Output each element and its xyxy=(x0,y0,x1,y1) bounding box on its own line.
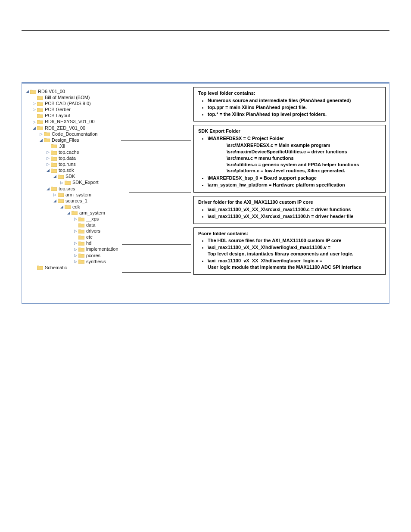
expand-icon[interactable]: ▷ xyxy=(32,107,36,112)
expand-icon[interactable]: ▷ xyxy=(32,120,36,124)
folder-icon xyxy=(78,241,84,246)
tree-item[interactable]: ▷pcores xyxy=(74,252,137,258)
tree-item[interactable]: ▷PCB CAD (PADS 9.0) xyxy=(32,100,137,106)
folder-icon xyxy=(37,107,43,112)
folder-icon xyxy=(58,174,64,179)
tree-label: Design_Files xyxy=(52,137,79,143)
tree-label: RD6 V01_00 xyxy=(38,89,65,94)
tree-item[interactable]: ·PCB Layout xyxy=(32,112,137,118)
folder-icon xyxy=(37,265,43,270)
tree-item[interactable]: ▷implementation xyxy=(74,246,137,252)
expand-icon[interactable]: ▷ xyxy=(46,150,50,154)
tree-item[interactable]: ◢RD6_ZED_V01_00 ▷Code_Documentation ◢Des… xyxy=(32,125,137,264)
collapse-icon[interactable]: ◢ xyxy=(32,126,36,130)
rule xyxy=(22,30,389,31)
tree-item[interactable]: ▷top.runs xyxy=(46,161,137,167)
tree-item[interactable]: ▷__xps xyxy=(74,216,137,221)
box-title: Pcore folder contains: xyxy=(198,230,381,237)
expand-icon[interactable]: ▷ xyxy=(74,247,78,252)
box-driver: Driver folder for the AXI_MAX11100 custo… xyxy=(193,196,386,224)
tree-label: PCB CAD (PADS 9.0) xyxy=(45,101,91,106)
tree-label: sources_1 xyxy=(65,198,87,203)
expand-icon[interactable]: ▷ xyxy=(53,193,57,197)
tree-item[interactable]: ▷SDK_Export xyxy=(60,179,137,185)
expand-icon[interactable]: ▷ xyxy=(60,180,64,185)
expand-icon[interactable]: ▷ xyxy=(74,229,78,233)
expand-icon[interactable]: ▷ xyxy=(74,253,78,258)
folder-tree: ◢RD6 V01_00 ·Bill of Material (BOM) ▷PCB… xyxy=(25,87,137,278)
box-bullet: Numerous source and intermediate files (… xyxy=(208,97,381,104)
box-title: SDK Export Folder xyxy=(198,128,381,134)
folder-icon xyxy=(78,259,84,264)
tree-item[interactable]: ◢SDK ▷SDK_Export xyxy=(53,173,137,185)
folder-icon xyxy=(78,223,84,227)
folder-icon xyxy=(78,247,84,252)
tree-item[interactable]: ◢RD6 V01_00 ·Bill of Material (BOM) ▷PCB… xyxy=(25,88,137,270)
collapse-icon[interactable]: ◢ xyxy=(60,205,64,209)
tree-label: drivers xyxy=(86,228,100,233)
tree-label: top.runs xyxy=(59,162,76,167)
collapse-icon[interactable]: ◢ xyxy=(53,199,57,203)
tree-item[interactable]: ◢edk ◢arm_system ▷__xps ·data xyxy=(60,204,137,264)
folder-icon xyxy=(51,186,57,191)
tree-item[interactable]: ▷PCB Gerber xyxy=(32,106,137,112)
tree-item[interactable]: ◢arm_system ▷__xps ·data ▷drivers xyxy=(67,210,137,264)
box-subline: \src\maximDeviceSpecificUtilities.c = dr… xyxy=(227,149,381,155)
tree-item[interactable]: ▷RD6_NEXYS3_V01_00 xyxy=(32,118,137,124)
tree-item[interactable]: ▷hdl xyxy=(74,240,137,246)
collapse-icon[interactable]: ◢ xyxy=(46,187,50,191)
tree-item[interactable]: ▷arm_system xyxy=(53,192,137,197)
tree-label: top.cache xyxy=(59,149,79,155)
tree-item[interactable]: ◢top.sdk ◢SDK ▷SDK_Export xyxy=(46,167,137,185)
tree-item[interactable]: ▷drivers xyxy=(74,228,137,233)
expand-icon[interactable]: ▷ xyxy=(39,132,43,136)
tree-item[interactable]: ▷top.data xyxy=(46,155,137,161)
tree-item[interactable]: ▷top.cache xyxy=(46,149,137,155)
folder-icon xyxy=(58,198,64,203)
tree-item[interactable]: ·.Xil xyxy=(46,143,137,149)
folder-icon xyxy=(37,113,43,118)
collapse-icon[interactable]: ◢ xyxy=(39,138,43,142)
collapse-icon[interactable]: ◢ xyxy=(67,211,71,215)
folder-icon xyxy=(44,137,50,142)
tree-item[interactable]: ▷synthesis xyxy=(74,258,137,264)
tree-item[interactable]: ▷Code_Documentation xyxy=(39,131,137,137)
diagram-panel: ◢RD6 V01_00 ·Bill of Material (BOM) ▷PCB… xyxy=(22,82,389,304)
collapse-icon[interactable]: ◢ xyxy=(46,168,50,172)
tree-item[interactable]: ·Bill of Material (BOM) xyxy=(32,94,137,100)
expand-icon[interactable]: ▷ xyxy=(46,156,50,160)
folder-icon xyxy=(51,162,57,167)
tree-item[interactable]: ◢sources_1 ◢edk ◢arm_system xyxy=(53,198,137,264)
tree-item[interactable]: ◢top.srcs ▷arm_system ◢sources_1 ◢edk xyxy=(46,186,137,264)
expand-icon[interactable]: ▷ xyxy=(46,162,50,166)
box-subline: \src\platform.c = low-level routines, Xi… xyxy=(227,168,381,174)
box-subline: \src\utilities.c = generic system and FP… xyxy=(227,162,381,168)
tree-label: synthesis xyxy=(86,259,106,264)
box-subline: \src\menu.c = menu functions xyxy=(227,155,381,162)
tree-label: hdl xyxy=(86,240,93,246)
tree-label: pcores xyxy=(86,253,100,258)
expand-icon[interactable]: ▷ xyxy=(32,101,36,106)
expand-icon[interactable]: ▷ xyxy=(74,241,78,245)
description-boxes: Top level folder contains: Numerous sour… xyxy=(137,87,386,278)
expand-icon[interactable]: ▷ xyxy=(74,217,78,221)
collapse-icon[interactable]: ◢ xyxy=(53,174,57,178)
tree-item[interactable]: ·Schematic xyxy=(32,264,137,270)
folder-icon xyxy=(78,217,84,221)
tree-label: PCB Layout xyxy=(45,113,70,118)
tree-label: RD6_NEXYS3_V01_00 xyxy=(45,119,95,124)
box-title: Top level folder contains: xyxy=(198,90,381,96)
folder-icon xyxy=(78,235,84,240)
tree-label: Schematic xyxy=(45,265,67,270)
tree-label: Code_Documentation xyxy=(52,131,97,137)
expand-icon[interactable]: ▷ xyxy=(74,259,78,264)
folder-icon xyxy=(37,95,43,100)
tree-item[interactable]: ◢Design_Files ·.Xil ▷top.cache ▷top.data… xyxy=(39,137,137,264)
tree-item[interactable]: ·etc xyxy=(74,234,137,240)
folder-icon xyxy=(72,210,78,215)
tree-item[interactable]: ·data xyxy=(74,222,137,227)
collapse-icon[interactable]: ◢ xyxy=(25,89,29,93)
box-line: User logic module that implements the MA… xyxy=(208,264,361,270)
document-page: ◢RD6 V01_00 ·Bill of Material (BOM) ▷PCB… xyxy=(0,0,411,532)
folder-icon xyxy=(37,125,43,130)
